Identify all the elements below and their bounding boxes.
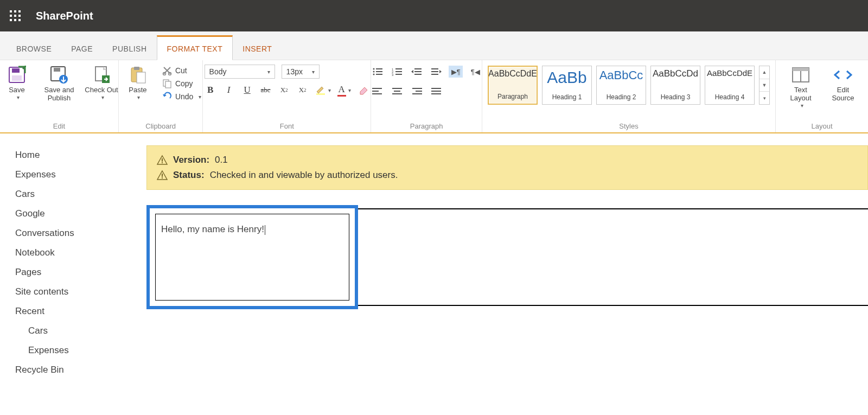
nav-google[interactable]: Google bbox=[15, 204, 146, 224]
svg-rect-32 bbox=[431, 71, 438, 72]
justify-button[interactable] bbox=[429, 85, 443, 97]
nav-conversations[interactable]: Conversations bbox=[15, 224, 146, 243]
svg-rect-10 bbox=[137, 72, 145, 83]
group-clipboard-label: Clipboard bbox=[124, 120, 197, 131]
undo-label: Undo bbox=[175, 92, 193, 101]
svg-point-16 bbox=[373, 68, 375, 70]
superscript-button[interactable]: X2 bbox=[297, 84, 309, 96]
rich-text-editor[interactable]: Hello, my name is Henry! bbox=[155, 214, 349, 301]
svg-rect-43 bbox=[431, 88, 441, 89]
save-and-publish-button[interactable]: Save and Publish bbox=[41, 63, 77, 103]
nav-recycle-bin[interactable]: Recycle Bin bbox=[15, 360, 146, 380]
paste-button[interactable]: Paste bbox=[120, 63, 156, 100]
font-color-button[interactable]: A bbox=[337, 84, 351, 96]
styles-gallery: AaBbCcDdE Paragraph AaBb Heading 1 AaBbC… bbox=[488, 63, 770, 105]
undo-button[interactable]: Undo bbox=[162, 92, 201, 101]
edit-source-icon bbox=[834, 66, 852, 84]
tab-page[interactable]: PAGE bbox=[61, 37, 103, 60]
italic-button[interactable]: I bbox=[223, 84, 235, 96]
app-launcher-icon[interactable] bbox=[10, 10, 21, 21]
suite-bar: SharePoint bbox=[0, 0, 868, 31]
nav-home[interactable]: Home bbox=[15, 145, 146, 165]
svg-rect-4 bbox=[54, 68, 60, 72]
check-out-label: Check Out bbox=[85, 86, 118, 94]
numbered-list-button[interactable]: 123 bbox=[390, 66, 404, 78]
nav-recent-cars[interactable]: Cars bbox=[15, 321, 146, 341]
save-label: Save bbox=[9, 86, 25, 94]
tab-insert[interactable]: INSERT bbox=[233, 37, 282, 60]
align-center-button[interactable] bbox=[390, 85, 404, 97]
clear-format-button[interactable] bbox=[358, 84, 369, 96]
align-right-icon bbox=[411, 87, 422, 95]
svg-rect-35 bbox=[372, 91, 379, 92]
tab-format-text[interactable]: FORMAT TEXT bbox=[157, 35, 233, 60]
svg-rect-40 bbox=[412, 88, 422, 89]
editor-area: Hello, my name is Henry! bbox=[146, 205, 868, 309]
text-layout-icon bbox=[792, 66, 810, 84]
svg-rect-37 bbox=[392, 88, 402, 89]
text-layout-button[interactable]: Text Layout bbox=[783, 63, 819, 108]
style-heading-3[interactable]: AaBbCcDd Heading 3 bbox=[650, 66, 700, 105]
svg-rect-15 bbox=[316, 93, 325, 95]
group-paragraph-label: Paragraph bbox=[376, 120, 476, 131]
font-size-value: 13px bbox=[286, 67, 303, 76]
version-key: Version: bbox=[173, 155, 209, 165]
edit-source-button[interactable]: Edit Source bbox=[825, 63, 861, 103]
cut-label: Cut bbox=[175, 66, 187, 75]
cut-button[interactable]: Cut bbox=[162, 66, 201, 75]
svg-rect-39 bbox=[392, 93, 402, 94]
rtl-button[interactable]: ¶◀ bbox=[468, 66, 482, 78]
style-heading-1[interactable]: AaBb Heading 1 bbox=[542, 66, 592, 105]
content-editor-webpart[interactable]: Hello, my name is Henry! bbox=[146, 205, 358, 309]
bold-button[interactable]: B bbox=[205, 84, 216, 96]
style-paragraph[interactable]: AaBbCcDdE Paragraph bbox=[488, 66, 538, 105]
nav-recent[interactable]: Recent bbox=[15, 302, 146, 321]
status-value: Checked in and viewable by authorized us… bbox=[210, 170, 398, 181]
nav-notebook[interactable]: Notebook bbox=[15, 243, 146, 263]
indent-icon bbox=[431, 67, 442, 76]
outdent-button[interactable] bbox=[410, 66, 424, 78]
status-banner: Version: 0.1 Status: Checked in and view… bbox=[146, 145, 868, 190]
nav-pages[interactable]: Pages bbox=[15, 263, 146, 282]
ltr-button[interactable]: ▶¶ bbox=[449, 66, 463, 78]
save-button[interactable]: Save bbox=[0, 63, 35, 100]
font-family-select[interactable]: Body▾ bbox=[205, 65, 275, 79]
font-size-select[interactable]: 13px▾ bbox=[282, 65, 320, 79]
bulleted-list-button[interactable] bbox=[371, 66, 385, 78]
group-edit-label: Edit bbox=[5, 120, 113, 131]
underline-button[interactable]: U bbox=[241, 84, 253, 96]
highlight-button[interactable] bbox=[315, 84, 331, 96]
group-edit: Save Save and Publish Check Out Edit bbox=[0, 60, 119, 132]
gallery-down-icon[interactable]: ▼ bbox=[760, 79, 769, 92]
nav-cars[interactable]: Cars bbox=[15, 184, 146, 204]
tab-publish[interactable]: PUBLISH bbox=[103, 37, 156, 60]
align-left-button[interactable] bbox=[371, 85, 385, 97]
edit-source-label: Edit Source bbox=[825, 86, 861, 103]
strikethrough-button[interactable]: abc bbox=[260, 84, 272, 96]
svg-rect-36 bbox=[372, 93, 382, 94]
svg-point-20 bbox=[373, 74, 375, 75]
check-out-button[interactable]: Check Out bbox=[84, 63, 119, 100]
style-heading-2[interactable]: AaBbCc Heading 2 bbox=[596, 66, 646, 105]
svg-rect-31 bbox=[431, 68, 438, 69]
copy-label: Copy bbox=[175, 79, 193, 88]
font-family-value: Body bbox=[209, 67, 227, 76]
status-key: Status: bbox=[173, 170, 205, 181]
indent-button[interactable] bbox=[429, 66, 443, 78]
align-right-button[interactable] bbox=[410, 85, 424, 97]
copy-button[interactable]: Copy bbox=[162, 79, 201, 88]
svg-rect-25 bbox=[395, 71, 402, 72]
svg-rect-38 bbox=[394, 91, 400, 92]
gallery-up-icon[interactable]: ▲ bbox=[760, 66, 769, 79]
gallery-more-icon[interactable]: ▾ bbox=[760, 92, 769, 104]
ribbon: Save Save and Publish Check Out Edit Pas… bbox=[0, 60, 868, 133]
subscript-button[interactable]: X2 bbox=[278, 84, 290, 96]
svg-rect-41 bbox=[416, 91, 422, 92]
nav-site-contents[interactable]: Site contents bbox=[15, 282, 146, 302]
styles-gallery-spinner[interactable]: ▲ ▼ ▾ bbox=[759, 66, 770, 105]
tab-browse[interactable]: BROWSE bbox=[7, 37, 61, 60]
style-heading-4[interactable]: AaBbCcDdE Heading 4 bbox=[705, 66, 755, 105]
text-layout-label: Text Layout bbox=[783, 86, 819, 103]
nav-recent-expenses[interactable]: Expenses bbox=[15, 341, 146, 360]
nav-expenses[interactable]: Expenses bbox=[15, 165, 146, 184]
